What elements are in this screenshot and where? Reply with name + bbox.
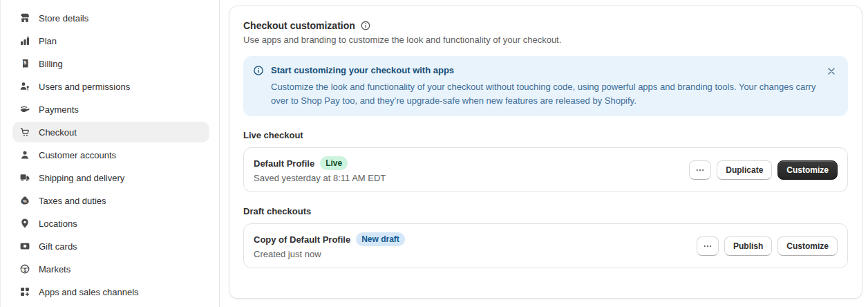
settings-sidebar: Store details Plan $ Billing Users and p… <box>1 0 220 307</box>
sidebar-item-gift-cards[interactable]: Gift cards <box>12 236 209 257</box>
sidebar-item-users-and-permissions[interactable]: Users and permissions <box>12 76 209 97</box>
sidebar-item-markets[interactable]: $ Markets <box>12 259 209 279</box>
banner-body: Customize the look and functionality of … <box>271 80 818 108</box>
customer-accounts-icon <box>19 149 30 160</box>
draft-profile-actions: Publish Customize <box>697 236 838 256</box>
customize-draft-button[interactable]: Customize <box>777 236 838 256</box>
checkout-customization-panel: Checkout customization Use apps and bran… <box>229 6 862 299</box>
profile-meta: Saved yesterday at 8:11 AM EDT <box>254 173 386 183</box>
ellipsis-icon <box>695 165 705 175</box>
taxes-moneybag-icon: % <box>19 195 30 206</box>
payments-icon <box>19 104 30 115</box>
profile-title: Default Profile <box>254 158 314 169</box>
sidebar-item-label: Markets <box>39 264 70 275</box>
sidebar-item-taxes-and-duties[interactable]: % Taxes and duties <box>12 190 209 211</box>
sidebar-item-billing[interactable]: $ Billing <box>12 53 209 74</box>
sidebar-item-label: Locations <box>39 218 77 229</box>
live-checkout-heading: Live checkout <box>243 130 848 140</box>
status-badge-new-draft: New draft <box>356 232 405 246</box>
store-icon <box>19 12 30 24</box>
sidebar-item-label: Store details <box>39 13 88 24</box>
more-actions-button[interactable] <box>697 236 719 256</box>
live-profile-card: Default Profile Live Saved yesterday at … <box>243 147 848 192</box>
sidebar-item-plan[interactable]: Plan <box>12 30 209 51</box>
sidebar-item-apps-and-sales-channels[interactable]: Apps and sales channels <box>12 281 209 302</box>
page-title-row: Checkout customization <box>243 20 848 31</box>
sidebar-item-store-details[interactable]: Store details <box>12 8 209 28</box>
svg-text:%: % <box>23 199 27 203</box>
sidebar-item-label: Apps and sales channels <box>39 287 139 297</box>
info-icon <box>253 65 264 76</box>
sidebar-item-label: Checkout <box>39 127 77 138</box>
ellipsis-icon <box>703 241 713 251</box>
markets-globe-icon: $ <box>19 263 30 275</box>
sidebar-item-label: Gift cards <box>39 241 77 252</box>
apps-channels-icon <box>19 286 30 297</box>
sidebar-item-label: Shipping and delivery <box>39 173 124 183</box>
profile-title: Copy of Default Profile <box>254 234 350 245</box>
sidebar-item-label: Billing <box>39 59 63 69</box>
page-title: Checkout customization <box>243 20 355 31</box>
page-subtitle: Use apps and branding to customize the l… <box>243 35 848 45</box>
draft-profile-card: Copy of Default Profile New draft Create… <box>243 223 848 268</box>
draft-checkouts-heading: Draft checkouts <box>243 206 848 216</box>
billing-icon: $ <box>19 58 30 69</box>
draft-profile-info: Copy of Default Profile New draft Create… <box>254 232 405 259</box>
publish-button[interactable]: Publish <box>724 236 772 256</box>
customize-live-button[interactable]: Customize <box>777 160 838 180</box>
apps-info-banner: Start customizing your checkout with app… <box>243 56 848 116</box>
sidebar-item-label: Payments <box>39 104 79 115</box>
svg-text:$: $ <box>23 268 26 273</box>
svg-text:$: $ <box>23 59 26 66</box>
gift-cards-icon <box>19 241 30 252</box>
duplicate-button[interactable]: Duplicate <box>717 160 772 180</box>
sidebar-item-shipping-and-delivery[interactable]: Shipping and delivery <box>12 167 209 188</box>
sidebar-item-label: Taxes and duties <box>39 196 106 206</box>
sidebar-item-customer-accounts[interactable]: Customer accounts <box>12 145 209 165</box>
live-profile-info: Default Profile Live Saved yesterday at … <box>254 156 386 183</box>
checkout-cart-icon <box>19 127 30 138</box>
banner-title: Start customizing your checkout with app… <box>271 64 818 77</box>
plan-icon <box>19 35 30 46</box>
settings-page: Store details Plan $ Billing Users and p… <box>1 0 868 307</box>
status-badge-live: Live <box>320 156 348 170</box>
sidebar-item-label: Users and permissions <box>39 82 130 92</box>
more-actions-button[interactable] <box>689 160 711 180</box>
info-tooltip-icon[interactable] <box>360 20 371 31</box>
profile-meta: Created just now <box>254 249 405 259</box>
live-profile-actions: Duplicate Customize <box>689 160 838 180</box>
banner-content: Start customizing your checkout with app… <box>271 64 818 108</box>
sidebar-item-checkout[interactable]: Checkout <box>12 122 209 142</box>
locations-pin-icon <box>19 218 30 229</box>
close-icon[interactable] <box>824 64 838 78</box>
users-permissions-icon <box>19 81 30 92</box>
sidebar-item-label: Plan <box>39 36 57 46</box>
sidebar-item-label: Customer accounts <box>39 150 116 160</box>
main-content: Checkout customization Use apps and bran… <box>220 0 868 307</box>
sidebar-item-locations[interactable]: Locations <box>12 213 209 234</box>
sidebar-item-payments[interactable]: Payments <box>12 99 209 120</box>
shipping-truck-icon <box>19 172 30 183</box>
